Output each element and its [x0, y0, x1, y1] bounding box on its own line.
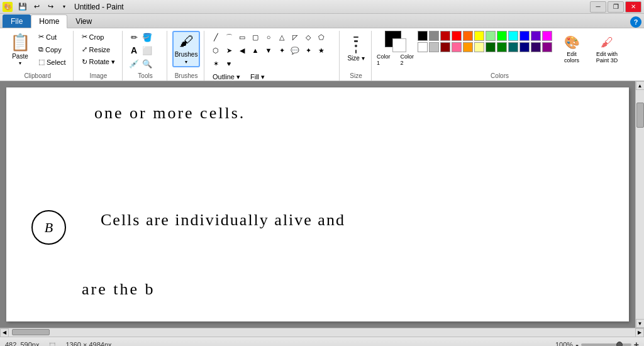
color-swatch-row2-10[interactable] — [531, 42, 541, 52]
tab-view[interactable]: View — [67, 14, 100, 28]
zoom-out-button[interactable]: - — [575, 340, 579, 346]
star4-shape[interactable]: ✦ — [302, 44, 314, 57]
copy-button[interactable]: ⧉ Copy — [35, 43, 69, 55]
magnifier-tool[interactable]: 🔍 — [141, 57, 153, 70]
size-button[interactable]: Size ▾ — [345, 31, 367, 67]
color-swatch-row1-1[interactable] — [429, 31, 439, 41]
pentagon-shape[interactable]: ⬠ — [315, 31, 328, 43]
color-swatch-row1-9[interactable] — [519, 31, 530, 41]
qat-dropdown-button[interactable]: ▾ — [58, 1, 70, 13]
color-swatch-row1-11[interactable] — [542, 31, 552, 41]
paste-button[interactable]: 📋 Paste ▾ — [6, 31, 34, 67]
star5-shape[interactable]: ★ — [315, 44, 328, 57]
color-swatch-row1-10[interactable] — [531, 31, 541, 41]
edit-colors-button[interactable]: 🎨 Editcolors — [556, 31, 587, 67]
tab-file[interactable]: File — [3, 14, 31, 28]
color-swatch-row2-11[interactable] — [542, 42, 552, 52]
tab-home[interactable]: Home — [31, 14, 67, 28]
color-swatch-row1-0[interactable] — [418, 31, 428, 41]
brushes-label: Brushes — [172, 72, 200, 81]
color-swatch-row1-4[interactable] — [463, 31, 473, 41]
color-palette — [418, 31, 552, 52]
canvas-container: one or more cells. B Cells are individua… — [0, 81, 644, 328]
cursor-coords: 482, 590px — [5, 341, 39, 346]
app-icon: 🎨 — [3, 2, 13, 12]
text-tool[interactable]: A — [128, 44, 140, 57]
zoom-slider-thumb[interactable] — [616, 342, 623, 346]
crop-button[interactable]: ✂ Crop — [79, 31, 118, 43]
scroll-down-arrow[interactable]: ▼ — [636, 319, 645, 328]
color-swatch-row1-6[interactable] — [486, 31, 496, 41]
rotate-button[interactable]: ↻ Rotate ▾ — [79, 56, 118, 68]
color-swatch-row1-8[interactable] — [508, 31, 518, 41]
darrow-shape[interactable]: ▼ — [262, 44, 275, 57]
color-swatch-row1-7[interactable] — [497, 31, 507, 41]
color-swatch-row2-4[interactable] — [463, 42, 473, 52]
color-swatch-row2-8[interactable] — [508, 42, 518, 52]
triangle-shape[interactable]: △ — [275, 31, 288, 43]
color-swatch-row1-5[interactable] — [474, 31, 484, 41]
eraser-tool[interactable]: ⬜ — [141, 44, 153, 57]
resize-button[interactable]: ⤢ Resize — [79, 43, 118, 55]
callout-shape[interactable]: 💬 — [289, 44, 301, 57]
close-button[interactable]: ✕ — [625, 1, 641, 13]
color-swatch-row2-9[interactable] — [519, 42, 530, 52]
crop-label: Crop — [89, 33, 104, 41]
minimize-button[interactable]: ─ — [590, 1, 606, 13]
ribbon: File Home View ? 📋 Paste ▾ ✂ Cut — [0, 14, 644, 81]
edit-paint3d-button[interactable]: 🖌 Edit withPaint 3D — [591, 31, 623, 67]
heart-shape[interactable]: ♥ — [223, 57, 235, 70]
zoom-slider[interactable] — [581, 343, 631, 346]
copy-label: Copy — [45, 46, 62, 53]
color-swatch-row2-5[interactable] — [474, 42, 484, 52]
cut-button[interactable]: ✂ Cut — [35, 31, 69, 43]
scroll-thumb-vertical[interactable] — [636, 103, 644, 128]
4arrow-shape[interactable]: ✦ — [275, 44, 288, 57]
colorpick-tool[interactable]: 💉 — [128, 57, 140, 70]
curve-shape[interactable]: ⌒ — [223, 31, 235, 43]
color-swatch-row2-2[interactable] — [440, 42, 450, 52]
ellipse-shape[interactable]: ○ — [262, 31, 275, 43]
larrow-shape[interactable]: ◀ — [236, 44, 248, 57]
rect-shape[interactable]: ▭ — [236, 31, 248, 43]
color-swatch-row2-0[interactable] — [418, 42, 428, 52]
color-swatch-row2-3[interactable] — [452, 42, 462, 52]
maximize-button[interactable]: ❐ — [608, 1, 624, 13]
pencil-tool[interactable]: ✏ — [128, 31, 140, 43]
scroll-thumb-horizontal[interactable] — [12, 329, 50, 335]
scrollbar-vertical[interactable]: ▲ ▼ — [635, 81, 644, 328]
scrollbar-horizontal[interactable]: ◀ ▶ — [0, 328, 644, 337]
roundrect-shape[interactable]: ▢ — [249, 31, 262, 43]
outline-label: Outline ▾ — [213, 73, 240, 81]
save-button[interactable]: 💾 — [16, 1, 29, 13]
rarrow-shape[interactable]: ➤ — [223, 44, 235, 57]
rtriangle-shape[interactable]: ◸ — [289, 31, 301, 43]
scroll-right-arrow[interactable]: ▶ — [635, 328, 644, 337]
fill-tool[interactable]: 🪣 — [141, 31, 153, 43]
zoom-minus[interactable]: - — [575, 340, 579, 346]
color-swatch-row2-1[interactable] — [429, 42, 439, 52]
color-swatch-row2-6[interactable] — [486, 42, 496, 52]
line-shape[interactable]: ╱ — [209, 31, 222, 43]
star6-shape[interactable]: ✶ — [209, 57, 222, 70]
crop-icon: ✂ — [82, 33, 87, 41]
hexagon-shape[interactable]: ⬡ — [209, 44, 222, 57]
brushes-button[interactable]: 🖌 Brushes ▾ — [172, 31, 200, 67]
diamond-shape[interactable]: ◇ — [302, 31, 314, 43]
scroll-left-arrow[interactable]: ◀ — [0, 328, 9, 337]
color-swatch-row1-3[interactable] — [452, 31, 462, 41]
scroll-up-arrow[interactable]: ▲ — [636, 81, 645, 90]
zoom-in-button[interactable]: + — [634, 340, 639, 346]
canvas-inner[interactable]: one or more cells. B Cells are individua… — [6, 87, 629, 321]
redo-button[interactable]: ↪ — [44, 1, 57, 13]
help-button[interactable]: ? — [630, 16, 641, 28]
image-group: ✂ Crop ⤢ Resize ↻ Rotate ▾ Image — [75, 31, 123, 81]
uarrow-shape[interactable]: ▲ — [249, 44, 262, 57]
canvas-area[interactable]: one or more cells. B Cells are individua… — [0, 81, 635, 328]
title-bar: 🎨 💾 ↩ ↪ ▾ Untitled - Paint ─ ❐ ✕ — [0, 0, 644, 14]
select-button[interactable]: ⬚ Select — [35, 56, 69, 68]
undo-button[interactable]: ↩ — [30, 1, 43, 13]
rotate-icon: ↻ — [82, 58, 87, 66]
color-swatch-row2-7[interactable] — [497, 42, 507, 52]
color-swatch-row1-2[interactable] — [440, 31, 450, 41]
